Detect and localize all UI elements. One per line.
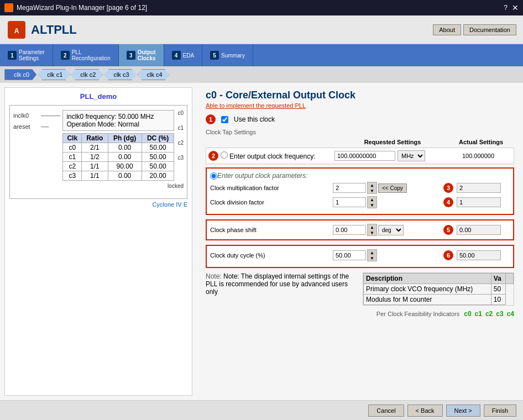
- back-button[interactable]: < Back: [407, 405, 443, 417]
- step-3-circle: 3: [443, 183, 453, 193]
- table-cell: 50.00: [142, 162, 174, 171]
- clock-tab-c2[interactable]: clk c2: [71, 69, 103, 80]
- title-bar: MegaWizard Plug-In Manager [page 6 of 12…: [0, 0, 523, 15]
- clock-tab-c1[interactable]: clk c1: [38, 69, 70, 80]
- clock-tab-c0[interactable]: clk c0: [4, 69, 36, 80]
- locked-label: locked: [168, 183, 184, 189]
- col-dc: DC (%): [142, 134, 174, 143]
- copy-button[interactable]: << Copy: [378, 183, 407, 193]
- phase-spinner[interactable]: ▲ ▼: [367, 224, 377, 236]
- tap-settings-label: Clock Tap Settings: [206, 129, 514, 135]
- table-row: c02/10.0050.00: [63, 143, 174, 153]
- header-logo: A ALTPLL: [7, 20, 77, 40]
- phase-actual-input[interactable]: [457, 225, 501, 235]
- freq-radio[interactable]: [221, 151, 228, 159]
- mult-down-btn[interactable]: ▼: [368, 188, 376, 193]
- inclk0-label: inclk0: [13, 112, 41, 119]
- next-button[interactable]: Next >: [446, 405, 480, 417]
- about-button[interactable]: About: [433, 24, 461, 35]
- tab-eda[interactable]: 4 EDA: [164, 44, 203, 66]
- finish-button[interactable]: Finish: [484, 405, 516, 417]
- cancel-button[interactable]: Cancel: [368, 405, 404, 417]
- tab-label-3: Output Clocks: [138, 49, 156, 61]
- col-ph: Ph (dg): [108, 134, 142, 143]
- tab-num-5: 5: [210, 51, 219, 60]
- section-subtitle[interactable]: Able to implement the requested PLL: [206, 102, 514, 109]
- phase-section: Clock phase shift ▲ ▼ deg ps 5: [206, 219, 514, 240]
- duty-down-btn[interactable]: ▼: [368, 255, 376, 261]
- documentation-button[interactable]: Documentation: [463, 24, 516, 35]
- tab-output-clocks[interactable]: 3 Output Clocks: [119, 44, 164, 66]
- clock-tab-c3[interactable]: clk c3: [104, 69, 136, 80]
- info-cell: 10: [491, 295, 505, 305]
- info-cell: 50: [491, 284, 505, 295]
- left-panel: PLL_demo inclk0 ───── areset ── inclk0 f…: [4, 87, 192, 396]
- mult-actual-input[interactable]: [457, 183, 501, 193]
- freq-req-input[interactable]: [334, 151, 395, 161]
- close-button[interactable]: ✕: [512, 3, 519, 12]
- pll-demo-title: PLL_demo: [9, 92, 187, 101]
- phase-req-input[interactable]: [333, 225, 366, 235]
- feasibility-clock-c1: c1: [475, 310, 482, 318]
- table-cell: 0.00: [108, 143, 142, 153]
- tab-num-1: 1: [8, 51, 17, 60]
- freq-row: 2 Enter output clock frequency: MHz KHz …: [206, 148, 514, 164]
- output-c0: c0: [177, 110, 184, 116]
- tab-summary[interactable]: 5 Summary: [202, 44, 253, 66]
- title-bar-right: ? ✕: [504, 3, 519, 12]
- div-spinner[interactable]: ▲ ▼: [367, 196, 377, 208]
- duty-actual-input[interactable]: [457, 250, 501, 260]
- info-cell: Modulus for M counter: [364, 295, 491, 305]
- duty-spinner[interactable]: ▲ ▼: [367, 249, 377, 261]
- duty-inputs: ▲ ▼: [333, 249, 443, 261]
- feasibility-row: Per Clock Feasibility Indicators c0c1c2c…: [206, 310, 514, 318]
- duty-req-input[interactable]: [333, 250, 366, 260]
- tab-parameter-settings[interactable]: 1 Parameter Settings: [0, 44, 53, 66]
- chip-label: Cyclone IV E: [9, 201, 187, 208]
- phase-down-btn[interactable]: ▼: [368, 230, 376, 235]
- div-down-btn[interactable]: ▼: [368, 202, 376, 208]
- clock-tabs: clk c0 clk c1 clk c2 clk c3 clk c4: [0, 66, 523, 83]
- mult-req-input[interactable]: [333, 183, 366, 193]
- tab-pll-reconfig[interactable]: 2 PLL Reconfiguration: [53, 44, 119, 66]
- step-4-circle: 4: [443, 197, 453, 207]
- freq-inputs: MHz KHz: [334, 150, 445, 161]
- duty-label: Clock duty cycle (%): [210, 252, 333, 259]
- duty-up-btn[interactable]: ▲: [368, 250, 376, 255]
- info-row: Primary clock VCO frequency (MHz)50: [364, 284, 514, 295]
- phase-up-btn[interactable]: ▲: [368, 224, 376, 230]
- header-buttons: About Documentation: [433, 24, 516, 35]
- use-clock-checkbox[interactable]: [221, 116, 228, 123]
- table-cell: 50.00: [142, 153, 174, 162]
- clock-tab-c4[interactable]: clk c4: [138, 69, 170, 80]
- output-c2: c2: [177, 140, 184, 146]
- mult-up-btn[interactable]: ▲: [368, 182, 376, 188]
- table-cell: c0: [63, 143, 82, 153]
- div-actual-input[interactable]: [457, 197, 501, 207]
- phase-actual: 5: [443, 225, 510, 235]
- info-table: Description Va Primary clock VCO frequen…: [363, 273, 514, 305]
- mult-label: Clock multiplication factor: [210, 185, 333, 191]
- table-cell: c2: [63, 162, 82, 171]
- info-table-container: Description Va Primary clock VCO frequen…: [363, 272, 514, 306]
- step-5-circle: 5: [443, 225, 453, 235]
- bottom-bar: Cancel < Back Next > Finish: [0, 400, 523, 420]
- table-row: c21/190.0050.00: [63, 162, 174, 171]
- freq-unit-select[interactable]: MHz KHz: [398, 150, 425, 161]
- tab-label-1: Parameter Settings: [19, 49, 45, 61]
- req-col-header: Requested Settings: [337, 139, 448, 145]
- table-row: c11/20.0050.00: [63, 153, 174, 162]
- table-cell: 50.00: [142, 143, 174, 153]
- right-panel: c0 - Core/External Output Clock Able to …: [197, 83, 523, 400]
- mult-spinner[interactable]: ▲ ▼: [367, 182, 377, 194]
- feasibility-clock-c4: c4: [507, 310, 514, 318]
- settings-header: Requested Settings Actual Settings: [206, 139, 514, 145]
- app-icon: [4, 3, 13, 12]
- info-col-val: Va: [491, 274, 505, 284]
- pll-diagram: inclk0 ───── areset ── inclk0 frequency:…: [9, 105, 187, 199]
- phase-unit-select[interactable]: deg ps: [378, 225, 404, 235]
- help-button[interactable]: ?: [504, 4, 508, 12]
- div-req-input[interactable]: [333, 197, 366, 207]
- div-up-btn[interactable]: ▲: [368, 197, 376, 202]
- params-radio[interactable]: [210, 172, 217, 180]
